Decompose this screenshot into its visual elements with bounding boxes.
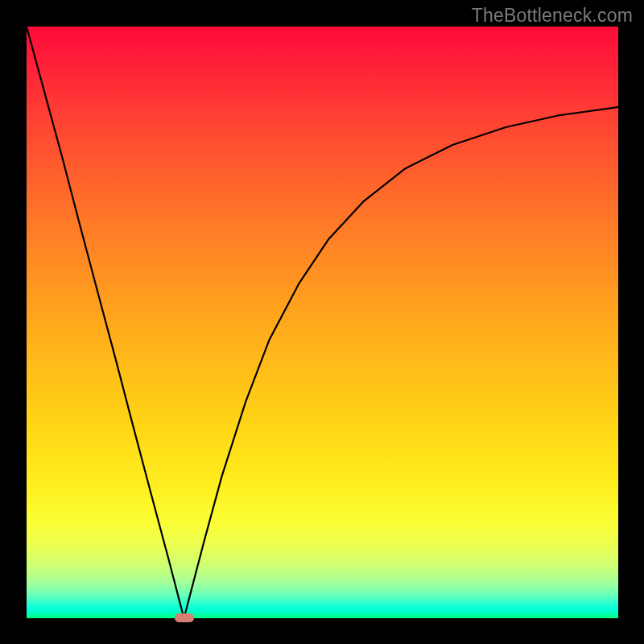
plot-area [27, 27, 618, 618]
chart-frame: TheBottleneck.com [0, 0, 644, 644]
minimum-marker [175, 613, 194, 622]
bottleneck-curve [27, 27, 618, 618]
curve-layer [27, 27, 618, 618]
watermark-text: TheBottleneck.com [472, 5, 633, 27]
